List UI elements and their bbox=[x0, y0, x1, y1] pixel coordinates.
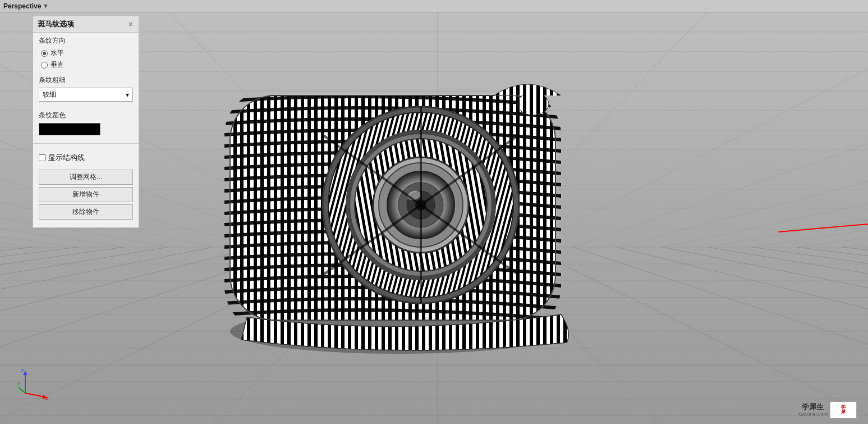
panel-header: 斑马纹选项 × bbox=[33, 16, 139, 33]
thickness-dropdown-container: 较细 ▾ bbox=[39, 88, 133, 102]
horizontal-label: 水平 bbox=[50, 48, 64, 58]
vertical-radio[interactable]: 垂直 bbox=[41, 60, 133, 70]
svg-text:X: X bbox=[45, 396, 48, 402]
svg-line-26 bbox=[25, 393, 45, 397]
svg-text:Y: Y bbox=[17, 381, 20, 387]
dropdown-arrow-icon: ▾ bbox=[126, 91, 129, 99]
panel-close-button[interactable]: × bbox=[127, 20, 134, 28]
show-structure-label: 显示结构线 bbox=[48, 153, 85, 163]
vertical-label: 垂直 bbox=[50, 60, 64, 70]
watermark-site-text: 学犀生 bbox=[798, 403, 828, 412]
stripe-color-swatch[interactable] bbox=[39, 123, 100, 135]
stripe-color-section: 条纹颜色 bbox=[33, 107, 139, 140]
panel-title: 斑马纹选项 bbox=[38, 19, 74, 29]
thickness-selected-value: 较细 bbox=[43, 90, 56, 99]
thickness-dropdown[interactable]: 较细 ▾ bbox=[39, 88, 133, 102]
zebra-options-panel: 斑马纹选项 × 条纹方向 水平 垂直 条纹粗细 较细 ▾ bbox=[33, 16, 139, 228]
svg-text:Z: Z bbox=[21, 368, 24, 373]
top-bar: Perspective ▼ bbox=[0, 0, 868, 12]
3d-object bbox=[213, 56, 651, 371]
adjust-mesh-button[interactable]: 调整网格... bbox=[39, 170, 133, 185]
vertical-radio-btn[interactable] bbox=[41, 62, 48, 69]
svg-point-22 bbox=[517, 93, 549, 115]
stripe-direction-label: 条纹方向 bbox=[39, 36, 133, 45]
3d-viewport: Perspective ▼ bbox=[0, 0, 868, 424]
watermark: 学犀生 xuexiniu.com 学犀 bbox=[798, 402, 857, 418]
viewport-title: Perspective bbox=[3, 2, 41, 10]
viewport-dropdown-arrow[interactable]: ▼ bbox=[43, 3, 48, 9]
remove-object-button[interactable]: 移除物件 bbox=[39, 204, 133, 220]
divider bbox=[33, 143, 139, 144]
add-object-button[interactable]: 新增物件 bbox=[39, 187, 133, 202]
horizontal-radio[interactable]: 水平 bbox=[41, 48, 133, 58]
watermark-url: xuexiniu.com bbox=[798, 411, 828, 417]
axes-indicator: Z X Y bbox=[17, 368, 50, 402]
stripe-thickness-section: 条纹粗细 较细 ▾ bbox=[33, 72, 139, 107]
watermark-logo-box: 学犀 bbox=[830, 402, 857, 418]
horizontal-radio-btn[interactable] bbox=[41, 50, 48, 57]
stripe-color-label: 条纹颜色 bbox=[39, 111, 133, 120]
stripe-direction-section: 条纹方向 水平 垂直 bbox=[33, 33, 139, 72]
stripe-direction-group: 水平 垂直 bbox=[41, 48, 133, 70]
show-structure-checkbox-item[interactable]: 显示结构线 bbox=[39, 153, 133, 163]
stripe-thickness-label: 条纹粗细 bbox=[39, 75, 133, 85]
show-structure-section: 显示结构线 bbox=[33, 147, 139, 167]
show-structure-checkbox[interactable] bbox=[39, 154, 45, 161]
svg-line-29 bbox=[19, 387, 25, 393]
